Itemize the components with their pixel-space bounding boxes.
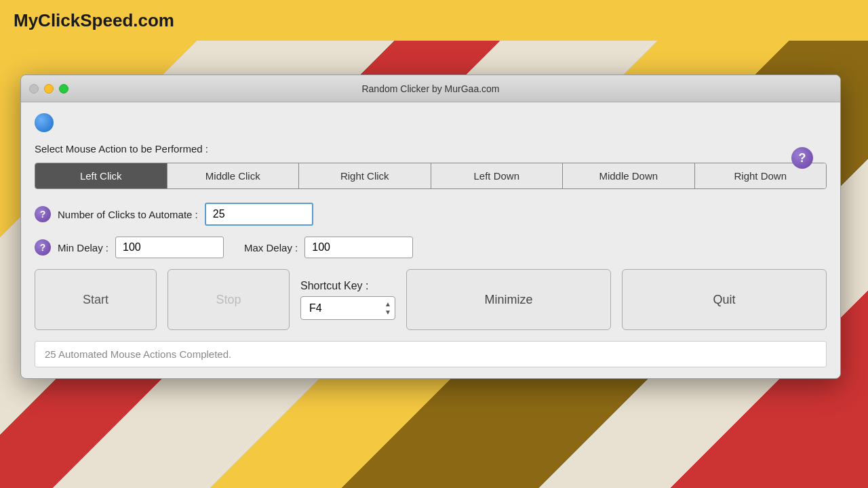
section-label: Select Mouse Action to be Performed : [35,143,827,155]
clicks-row: ? Number of Clicks to Automate : [35,203,827,226]
tab-middle-click[interactable]: Middle Click [167,163,300,188]
delay-help-icon[interactable]: ? [35,239,51,256]
traffic-lights [29,84,68,94]
start-button[interactable]: Start [35,269,157,330]
min-delay-input[interactable] [115,237,224,258]
mouse-action-tabs: Left Click Middle Click Right Click Left… [35,163,827,189]
shortcut-label: Shortcut Key : [300,280,395,292]
tab-left-click[interactable]: Left Click [35,163,167,188]
tab-left-down[interactable]: Left Down [431,163,564,188]
window-title: Random Clicker by MurGaa.com [361,83,499,94]
stop-button[interactable]: Stop [167,269,290,330]
clicks-input[interactable] [205,203,313,226]
maximize-button[interactable] [59,84,68,94]
action-buttons-row: Start Stop Shortcut Key : F1 F2 F3 F4 F5… [35,269,827,330]
minimize-app-button[interactable]: Minimize [406,269,611,330]
status-bar: 25 Automated Mouse Actions Completed. [35,341,827,367]
max-delay-label: Max Delay : [244,242,298,253]
close-button[interactable] [29,84,39,94]
shortcut-group: Shortcut Key : F1 F2 F3 F4 F5 F6 F7 F8 F… [300,280,395,320]
quit-button[interactable]: Quit [622,269,827,330]
status-text: 25 Automated Mouse Actions Completed. [45,348,231,360]
minimize-button[interactable] [44,84,54,94]
clicks-label: Number of Clicks to Automate : [58,209,198,220]
max-delay-input[interactable] [304,237,413,258]
header-bar: MyClickSpeed.com [0,0,868,41]
min-delay-label: Min Delay : [58,242,108,253]
tab-middle-down[interactable]: Middle Down [563,163,695,188]
help-icon-container: ? [791,147,813,169]
site-title: MyClickSpeed.com [14,10,174,31]
status-indicator [35,113,54,132]
shortcut-select-wrapper: F1 F2 F3 F4 F5 F6 F7 F8 F9 F10 F11 F12 [300,296,395,320]
delay-row: ? Min Delay : Max Delay : [35,237,827,258]
title-bar: Random Clicker by MurGaa.com [21,75,840,102]
window-content: ? Select Mouse Action to be Performed : … [21,102,840,378]
clicks-help-icon[interactable]: ? [35,206,51,222]
tab-right-click[interactable]: Right Click [299,163,431,188]
content-inner: ? Select Mouse Action to be Performed : … [35,113,827,367]
app-window: Random Clicker by MurGaa.com ? Select Mo… [20,75,841,379]
help-icon[interactable]: ? [791,147,813,169]
shortcut-select[interactable]: F1 F2 F3 F4 F5 F6 F7 F8 F9 F10 F11 F12 [300,296,395,320]
